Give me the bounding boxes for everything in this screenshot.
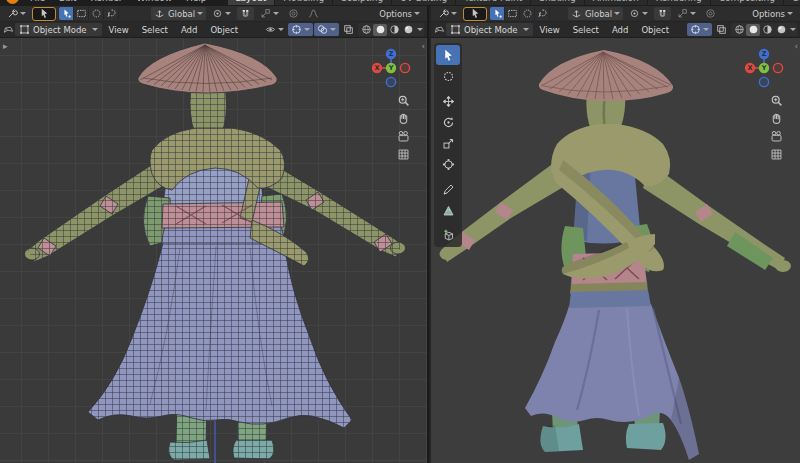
pan-hand-icon[interactable] <box>770 112 783 125</box>
object-menu[interactable]: Object <box>204 24 244 36</box>
proportional-falloff-dropdown[interactable] <box>305 7 322 20</box>
shading-wireframe-button[interactable] <box>359 24 373 36</box>
shading-rendered-button[interactable] <box>774 24 788 36</box>
axis-gizmo[interactable]: Z X Y <box>369 46 413 90</box>
viewport-area-left: Global Options Object Mode View Select A… <box>0 6 429 463</box>
zoom-icon[interactable] <box>770 94 783 107</box>
select-mode-circle-button[interactable] <box>520 7 535 20</box>
shading-solid-button[interactable] <box>373 24 387 36</box>
menu-help[interactable]: Help <box>179 0 214 5</box>
wireframe-overlay <box>0 38 427 463</box>
tool-annotate-button[interactable] <box>436 179 460 199</box>
tool-add-cube-button[interactable] <box>436 225 460 245</box>
camera-view-icon[interactable] <box>397 130 410 143</box>
tool-move-button[interactable] <box>436 91 460 111</box>
select-mode-lasso-button[interactable] <box>104 7 119 20</box>
tab-geometry-nodes[interactable]: Geometry Nodes <box>784 0 800 5</box>
pivot-point-dropdown[interactable] <box>209 7 234 20</box>
tab-shading[interactable]: Shading <box>531 0 584 5</box>
viewport-3d-wireframe[interactable]: ▸ ‹ <box>0 38 427 463</box>
view-menu[interactable]: View <box>534 24 566 36</box>
tab-modeling[interactable]: Modeling <box>275 0 332 5</box>
snap-settings-dropdown[interactable] <box>674 7 699 20</box>
shading-material-button[interactable] <box>760 24 774 36</box>
proportional-edit-button[interactable] <box>285 7 302 20</box>
hat[interactable] <box>539 50 673 101</box>
view-menu[interactable]: View <box>103 24 135 36</box>
menu-edit[interactable]: Edit <box>52 0 83 5</box>
add-menu[interactable]: Add <box>175 24 203 36</box>
viewport-header: Object Mode View Select Add Object <box>0 22 427 38</box>
zoom-icon[interactable] <box>397 94 410 107</box>
mode-dropdown[interactable]: Object Mode <box>15 23 102 36</box>
object-visibility-dropdown[interactable] <box>262 23 287 36</box>
shading-options-dropdown[interactable] <box>790 28 796 31</box>
tab-layout[interactable]: Layout <box>228 0 275 5</box>
overlays-dropdown[interactable] <box>314 23 339 36</box>
tool-select-box-button[interactable] <box>436 45 460 65</box>
snap-toggle-button[interactable] <box>654 7 671 20</box>
gizmos-dropdown[interactable] <box>687 23 712 36</box>
options-dropdown[interactable]: Options <box>749 7 796 20</box>
select-mode-circle-button[interactable] <box>89 7 104 20</box>
shading-material-button[interactable] <box>387 24 401 36</box>
transform-orientation-dropdown[interactable]: Global <box>568 7 623 20</box>
tab-compositing[interactable]: Compositing <box>711 0 783 5</box>
tool-scale-button[interactable] <box>436 133 460 153</box>
shading-solid-button[interactable] <box>746 24 760 36</box>
tab-animation[interactable]: Animation <box>585 0 647 5</box>
tool-settings-dropdown[interactable] <box>435 7 460 20</box>
object-menu[interactable]: Object <box>635 24 675 36</box>
options-dropdown[interactable]: Options <box>376 7 423 20</box>
shading-options-dropdown[interactable] <box>417 28 423 31</box>
blender-logo-icon[interactable] <box>6 0 19 4</box>
tab-texture-paint[interactable]: Texture Paint <box>456 0 530 5</box>
select-mode-tweak-button[interactable] <box>59 7 74 20</box>
ortho-grid-icon[interactable] <box>397 148 410 161</box>
active-tool-button[interactable] <box>463 7 487 21</box>
svg-text:X: X <box>374 64 379 72</box>
select-mode-tweak-button[interactable] <box>490 7 505 20</box>
tool-measure-button[interactable] <box>436 200 460 220</box>
pan-hand-icon[interactable] <box>397 112 410 125</box>
select-mode-box-button[interactable] <box>74 7 89 20</box>
camera-view-icon[interactable] <box>770 130 783 143</box>
viewport-3d-solid[interactable]: ‹ <box>431 38 800 463</box>
gizmos-dropdown[interactable] <box>288 23 313 36</box>
editor-type-icon[interactable] <box>3 24 14 35</box>
tool-cursor-button[interactable] <box>436 66 460 86</box>
menu-file[interactable]: File <box>23 0 52 5</box>
select-mode-group <box>490 7 550 20</box>
pivot-point-dropdown[interactable] <box>626 7 651 20</box>
editor-type-icon[interactable] <box>434 24 445 35</box>
menu-render[interactable]: Render <box>84 0 130 5</box>
xray-toggle-button[interactable] <box>340 23 357 36</box>
snap-toggle-button[interactable] <box>237 7 254 20</box>
character-model-solid[interactable] <box>431 38 800 463</box>
tool-settings-dropdown[interactable] <box>4 7 29 20</box>
select-mode-box-button[interactable] <box>505 7 520 20</box>
model-solid-parts[interactable] <box>440 50 792 460</box>
tab-uv-editing[interactable]: UV Editing <box>392 0 455 5</box>
select-menu[interactable]: Select <box>567 24 605 36</box>
tab-rendering[interactable]: Rendering <box>648 0 710 5</box>
select-mode-lasso-button[interactable] <box>535 7 550 20</box>
active-tool-button[interactable] <box>32 7 56 21</box>
add-menu[interactable]: Add <box>606 24 634 36</box>
tool-rotate-button[interactable] <box>436 112 460 132</box>
menu-window[interactable]: Window <box>130 0 180 5</box>
tab-sculpting[interactable]: Sculpting <box>333 0 391 5</box>
proportional-edit-button[interactable] <box>702 7 719 20</box>
character-model-wireframe[interactable] <box>0 38 427 463</box>
mode-dropdown[interactable]: Object Mode <box>446 23 533 36</box>
ortho-grid-icon[interactable] <box>770 148 783 161</box>
snap-settings-dropdown[interactable] <box>257 7 282 20</box>
select-menu[interactable]: Select <box>136 24 174 36</box>
shading-wireframe-button[interactable] <box>732 24 746 36</box>
shading-rendered-button[interactable] <box>401 24 415 36</box>
hat[interactable] <box>138 43 277 93</box>
xray-toggle-button[interactable] <box>713 23 730 36</box>
axis-gizmo[interactable]: Z X Y <box>742 46 786 90</box>
tool-transform-button[interactable] <box>436 154 460 174</box>
transform-orientation-dropdown[interactable]: Global <box>151 7 206 20</box>
